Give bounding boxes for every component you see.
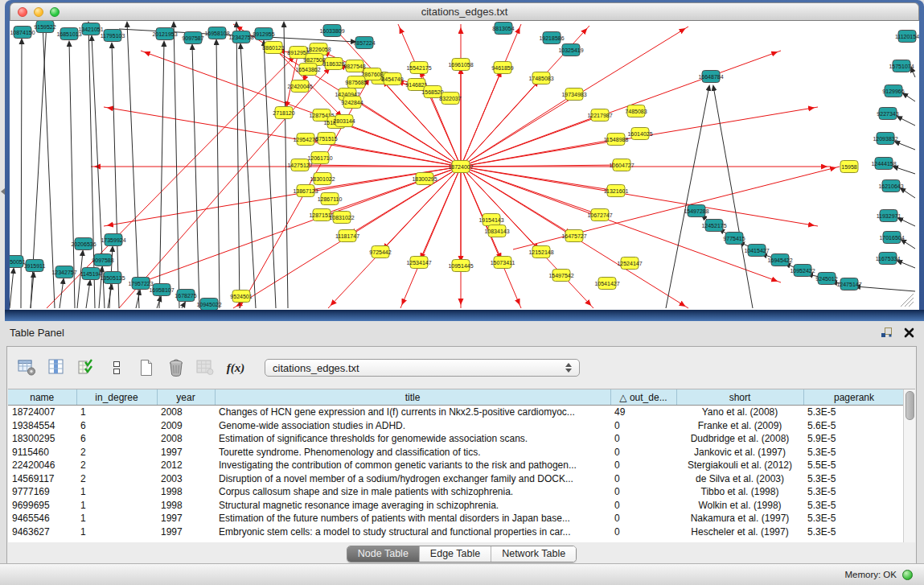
table-scrollbar[interactable] bbox=[903, 389, 915, 542]
tab-node-table[interactable]: Node Table bbox=[347, 546, 419, 562]
graph-node[interactable]: 15751074 bbox=[889, 60, 914, 72]
black-edge[interactable] bbox=[897, 261, 915, 268]
table-row[interactable]: 946362711997Embryonic stem cells: a mode… bbox=[8, 525, 905, 539]
table-row[interactable]: 1938455462009Genome-wide association stu… bbox=[8, 419, 905, 433]
table-row[interactable]: 1872400712008Changes of HCN gene express… bbox=[8, 406, 905, 419]
tab-network-table[interactable]: Network Table bbox=[491, 546, 576, 562]
black-edge[interactable] bbox=[893, 167, 915, 174]
column-header[interactable]: short bbox=[676, 389, 803, 406]
new-document-button[interactable] bbox=[136, 357, 157, 378]
graph-node[interactable]: 9725442 bbox=[369, 246, 391, 258]
black-edge[interactable] bbox=[216, 40, 220, 308]
graph-node[interactable]: 15958 bbox=[840, 161, 858, 173]
window-titlebar[interactable]: citations_edges.txt bbox=[10, 2, 919, 21]
graph-node[interactable]: 11675334 bbox=[876, 253, 901, 265]
graph-node[interactable]: 12217987 bbox=[587, 109, 612, 122]
black-edge[interactable] bbox=[897, 117, 915, 126]
black-edge[interactable] bbox=[174, 23, 179, 308]
graph-node[interactable]: 1145194 bbox=[80, 268, 102, 280]
graph-node[interactable]: 1678275 bbox=[175, 290, 196, 302]
graph-node[interactable]: 9775415 bbox=[723, 233, 745, 245]
black-edge[interactable] bbox=[192, 45, 199, 308]
graph-node[interactable]: 22420046 bbox=[287, 80, 312, 93]
graph-node[interactable]: 12342757 bbox=[51, 266, 76, 278]
graph-node[interactable]: 10604727 bbox=[609, 159, 634, 171]
import-table-disabled-button[interactable] bbox=[195, 357, 216, 378]
graph-node[interactable]: 10672747 bbox=[587, 209, 612, 221]
black-edge[interactable] bbox=[127, 23, 139, 308]
graph-node[interactable]: 2718120 bbox=[273, 107, 294, 119]
table-row[interactable]: 946554611997Estimation of the future num… bbox=[8, 512, 905, 525]
network-canvas[interactable]: 1872400710604727115489881221798719734983… bbox=[10, 21, 919, 310]
graph-node[interactable]: 15497542 bbox=[548, 270, 573, 282]
graph-node[interactable]: 16475727 bbox=[561, 230, 586, 242]
graph-node[interactable]: 12342758 bbox=[228, 31, 253, 43]
graph-node[interactable]: 9875685 bbox=[345, 76, 367, 89]
graph-node[interactable]: 9097588 bbox=[92, 254, 113, 266]
graph-node[interactable]: 12534147 bbox=[406, 257, 431, 269]
network-file-select[interactable]: citations_edges.txt bbox=[265, 359, 580, 377]
graph-node[interactable]: 11120154 bbox=[895, 31, 919, 43]
graph-node[interactable]: 19734983 bbox=[561, 89, 586, 101]
black-edge[interactable] bbox=[903, 93, 915, 101]
table-header-row[interactable]: namein_degreeyeartitle△ out_de...shortpa… bbox=[8, 389, 905, 406]
graph-node[interactable]: 7857224 bbox=[353, 37, 375, 49]
graph-node[interactable]: 9129966 bbox=[882, 85, 904, 97]
graph-node[interactable]: 13505135 bbox=[100, 272, 125, 284]
graph-node[interactable]: 10831022 bbox=[329, 212, 354, 224]
table-row[interactable]: 969969511998Structural magnetic resonanc… bbox=[8, 499, 905, 513]
table-row[interactable]: 2242004622012Investigating the contribut… bbox=[8, 459, 905, 472]
black-edge[interactable] bbox=[901, 240, 915, 249]
black-edge[interactable] bbox=[182, 303, 185, 308]
graph-node[interactable]: 16961058 bbox=[448, 59, 473, 71]
black-edge[interactable] bbox=[112, 43, 119, 308]
scrollbar-thumb[interactable] bbox=[906, 391, 914, 420]
table-settings-button[interactable] bbox=[17, 357, 38, 378]
column-header[interactable]: name bbox=[8, 389, 76, 406]
graph-node[interactable]: 10951445 bbox=[448, 260, 473, 272]
graph-node[interactable]: 11932971 bbox=[877, 210, 901, 222]
graph-node[interactable]: 17359924 bbox=[101, 234, 125, 246]
graph-node[interactable]: 9524501 bbox=[230, 290, 252, 303]
graph-node[interactable]: 18301022 bbox=[310, 173, 335, 185]
graph-node[interactable]: 12452175 bbox=[701, 220, 726, 232]
graph-node[interactable]: 9227343 bbox=[877, 108, 898, 120]
column-header[interactable]: year bbox=[157, 389, 215, 406]
graph-node[interactable]: 8912955 bbox=[253, 28, 274, 40]
graph-node[interactable]: 9827548 bbox=[343, 60, 365, 72]
canvas-resize-grip[interactable] bbox=[901, 294, 914, 307]
red-edge[interactable] bbox=[461, 24, 521, 167]
graph-node[interactable]: 10874150 bbox=[10, 27, 35, 39]
select-checks-button[interactable] bbox=[76, 357, 97, 378]
float-panel-icon[interactable] bbox=[881, 327, 893, 338]
column-header[interactable]: title bbox=[215, 389, 610, 406]
graph-node[interactable]: 9159522 bbox=[34, 21, 55, 33]
black-edge[interactable] bbox=[898, 218, 915, 226]
graph-node[interactable]: 16033809 bbox=[319, 25, 344, 37]
graph-node[interactable]: 9245012 bbox=[815, 273, 837, 285]
graph-node[interactable]: 20206536 bbox=[71, 238, 96, 250]
graph-node[interactable]: 16648784 bbox=[698, 71, 723, 83]
graph-node[interactable]: 10325419 bbox=[558, 44, 583, 56]
graph-node[interactable]: 12152148 bbox=[528, 246, 553, 258]
graph-node[interactable]: 10415427 bbox=[744, 245, 769, 257]
network-view-window[interactable]: citations_edges.txt 18724007106047271154… bbox=[5, 0, 924, 321]
graph-node[interactable]: 16958107 bbox=[149, 284, 174, 296]
graph-node[interactable]: 11548988 bbox=[604, 134, 629, 146]
graph-node[interactable]: 7485083 bbox=[625, 105, 647, 117]
graph-node[interactable]: 12954276 bbox=[293, 134, 318, 146]
function-builder-button[interactable]: f(x) bbox=[225, 357, 246, 378]
graph-node[interactable]: 8186328 bbox=[322, 58, 344, 70]
graph-node[interactable]: 13867123 bbox=[293, 185, 318, 197]
black-edge[interactable] bbox=[666, 86, 709, 308]
graph-node[interactable]: 19218586 bbox=[539, 32, 564, 44]
black-edge[interactable] bbox=[88, 23, 95, 308]
black-edge[interactable] bbox=[240, 44, 256, 308]
black-edge[interactable] bbox=[895, 142, 915, 150]
graph-node[interactable]: 12061710 bbox=[307, 152, 332, 164]
graph-node[interactable]: 16945422 bbox=[767, 254, 792, 266]
graph-node[interactable]: 8322037 bbox=[439, 93, 461, 105]
graph-node[interactable]: 19154143 bbox=[478, 214, 503, 226]
graph-node[interactable]: 15497288 bbox=[684, 205, 708, 217]
delete-table-button[interactable] bbox=[166, 357, 187, 378]
